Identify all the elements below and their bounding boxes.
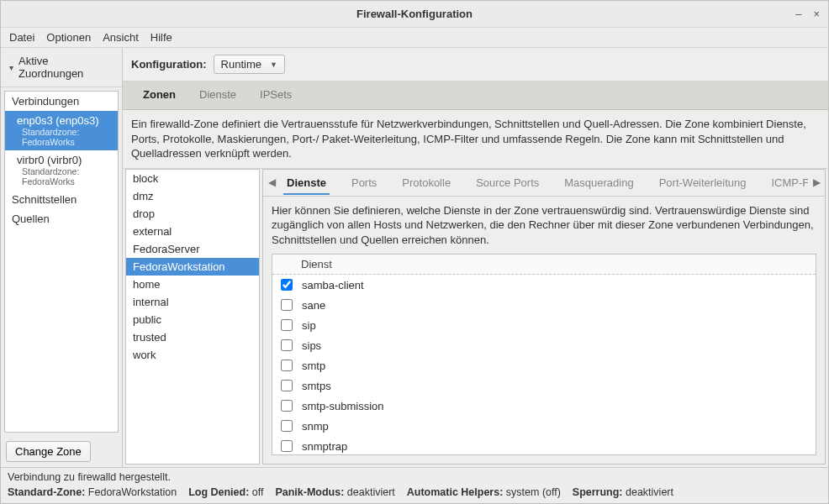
service-label: samba-client (302, 279, 364, 291)
sidebar-header-label: Aktive Zuordnungen (18, 55, 114, 80)
services-col-header: Dienst (272, 255, 816, 275)
zone-list: blockdmzdropexternalFedoraServerFedoraWo… (125, 169, 260, 465)
service-label: smtps (302, 380, 331, 392)
services-description: Hier können Sie definieren, welche Diens… (263, 197, 825, 255)
chevron-down-icon: ▼ (270, 60, 277, 69)
sidebar-item-label: virbr0 (virbr0) (17, 154, 111, 166)
sidebar-item-label: Verbindungen (12, 95, 111, 108)
zone-item[interactable]: dmz (126, 187, 259, 205)
main-tab[interactable]: Dienste (187, 81, 248, 109)
service-checkbox[interactable] (281, 380, 293, 391)
sidebar-item[interactable]: virbr0 (virbr0)Standardzone: FedoraWorks (5, 150, 118, 190)
panik-label: Panik-Modus: (275, 486, 344, 498)
sub-tab[interactable]: Source Ports (473, 171, 542, 195)
service-label: snmptrap (302, 440, 347, 453)
service-row: smtp (272, 355, 816, 375)
service-row: snmp (272, 416, 816, 436)
minimize-icon[interactable]: – (795, 8, 801, 20)
connections-panel: Verbindungenenp0s3 (enp0s3)Standardzone:… (4, 91, 119, 433)
menu-hilfe[interactable]: Hilfe (150, 31, 172, 44)
sub-tab[interactable]: Masquerading (561, 171, 636, 195)
service-row: sip (272, 315, 816, 335)
config-combo[interactable]: Runtime ▼ (214, 55, 285, 74)
titlebar: Firewall-Konfiguration – × (1, 1, 828, 28)
sidebar: ▾ Aktive Zuordnungen Verbindungenenp0s3 … (1, 48, 123, 467)
service-row: sips (272, 335, 816, 355)
service-row: smtp-submission (272, 396, 816, 416)
service-checkbox[interactable] (281, 400, 293, 412)
auto-helpers-value: system (off) (506, 486, 561, 498)
sub-tab[interactable]: Dienste (283, 171, 330, 195)
sidebar-item[interactable]: Verbindungen (5, 92, 118, 111)
zone-item[interactable]: external (126, 223, 259, 240)
close-icon[interactable]: × (813, 8, 820, 20)
service-checkbox[interactable] (281, 360, 293, 371)
status-line-1: Verbindung zu firewalld hergestellt. (1, 467, 828, 485)
scroll-left-icon[interactable]: ◀ (263, 176, 280, 188)
sperrung-value: deaktiviert (626, 486, 673, 498)
sub-tab[interactable]: Protokolle (399, 171, 454, 195)
scroll-right-icon[interactable]: ▶ (808, 176, 825, 188)
auto-helpers-label: Automatic Helpers: (407, 486, 504, 498)
menu-optionen[interactable]: Optionen (46, 31, 91, 44)
zone-item[interactable]: block (126, 170, 259, 187)
service-label: sane (302, 299, 325, 312)
service-checkbox[interactable] (281, 420, 293, 432)
sidebar-item[interactable]: Schnittstellen (5, 190, 118, 209)
chevron-down-icon: ▾ (9, 63, 13, 72)
menu-ansicht[interactable]: Ansicht (103, 31, 139, 44)
service-label: smtp-submission (302, 400, 384, 412)
standard-zone-value: FedoraWorkstation (88, 486, 177, 498)
service-label: sip (302, 319, 316, 332)
service-label: sips (302, 339, 321, 352)
menu-datei[interactable]: Datei (9, 31, 34, 44)
sidebar-item-label: Schnittstellen (12, 193, 111, 206)
sidebar-item[interactable]: Quellen (5, 209, 118, 228)
menubar: Datei Optionen Ansicht Hilfe (1, 28, 828, 48)
standard-zone-label: Standard-Zone: (8, 486, 85, 498)
service-label: smtp (302, 360, 325, 372)
log-denied-label: Log Denied: (188, 486, 249, 498)
sub-tab[interactable]: Port-Weiterleitung (656, 171, 750, 195)
sidebar-header[interactable]: ▾ Aktive Zuordnungen (1, 48, 122, 87)
zone-item[interactable]: work (126, 346, 259, 364)
service-row: snmptrap (272, 436, 816, 454)
zone-item[interactable]: drop (126, 205, 259, 223)
services-table: Dienst samba-clientsanesipsipssmtpsmtpss… (272, 254, 816, 455)
config-combo-value: Runtime (221, 58, 261, 71)
zone-item[interactable]: FedoraWorkstation (126, 258, 259, 276)
panik-value: deaktiviert (347, 486, 395, 498)
sidebar-item-label: enp0s3 (enp0s3) (17, 114, 111, 127)
zone-item[interactable]: internal (126, 293, 259, 311)
window-title: Firewall-Konfiguration (1, 8, 828, 20)
zone-item[interactable]: home (126, 276, 259, 293)
zone-item[interactable]: public (126, 311, 259, 328)
zone-item[interactable]: FedoraServer (126, 240, 259, 258)
sidebar-item[interactable]: enp0s3 (enp0s3)Standardzone: FedoraWorks (5, 111, 118, 150)
sidebar-item-sublabel: Standardzone: FedoraWorks (17, 127, 111, 147)
sub-tab[interactable]: Ports (348, 171, 380, 195)
sub-tabs: ◀ DienstePortsProtokolleSource PortsMasq… (263, 170, 825, 197)
service-row: smtps (272, 375, 816, 396)
sidebar-item-label: Quellen (12, 213, 111, 225)
zone-description: Ein firewalld-Zone definiert die Vertrau… (123, 110, 828, 168)
zone-item[interactable]: trusted (126, 328, 259, 346)
service-checkbox[interactable] (281, 319, 293, 331)
service-checkbox[interactable] (281, 339, 293, 351)
sub-tab[interactable]: ICMP-Filter (768, 171, 808, 195)
service-label: snmp (302, 420, 329, 433)
log-denied-value: off (252, 486, 264, 498)
main-tab[interactable]: Zonen (131, 81, 187, 109)
config-label: Konfiguration: (131, 58, 207, 71)
service-checkbox[interactable] (281, 299, 293, 311)
config-row: Konfiguration: Runtime ▼ (123, 48, 828, 81)
change-zone-button[interactable]: Change Zone (6, 441, 91, 462)
sperrung-label: Sperrung: (573, 486, 623, 498)
sidebar-item-sublabel: Standardzone: FedoraWorks (17, 166, 111, 186)
service-row: samba-client (272, 275, 816, 295)
service-row: sane (272, 295, 816, 315)
service-checkbox[interactable] (281, 279, 293, 291)
main-tab[interactable]: IPSets (248, 81, 304, 109)
status-line-2: Standard-Zone: FedoraWorkstation Log Den… (1, 485, 828, 503)
service-checkbox[interactable] (281, 440, 293, 452)
